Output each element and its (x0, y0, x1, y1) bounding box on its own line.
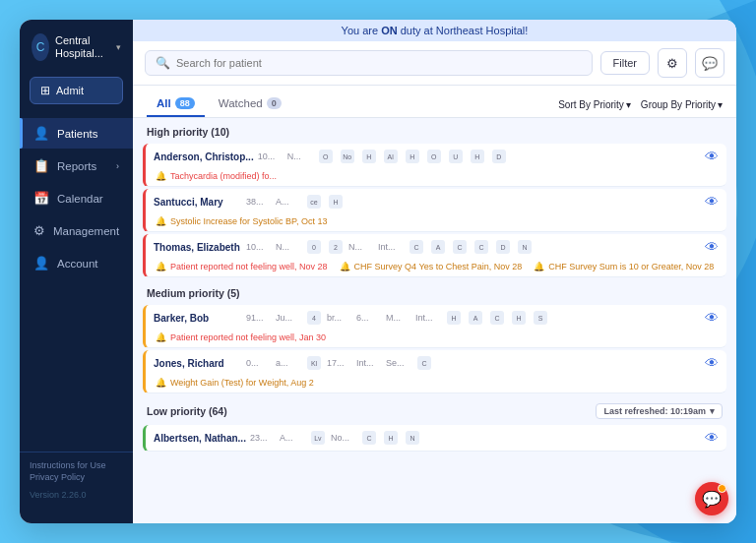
calendar-icon: 📅 (33, 191, 49, 206)
chevron-right-icon: › (116, 161, 119, 171)
alert-icon: 🔔 (534, 262, 544, 272)
patient-row-main: Anderson, Christop... 10... N... O No H … (146, 144, 726, 169)
sidebar-item-calendar[interactable]: 📅 Calendar (20, 183, 133, 213)
patient-col: A (467, 311, 484, 325)
tab-watched[interactable]: Watched 0 (209, 91, 291, 117)
reports-icon: 📋 (33, 158, 49, 173)
patient-col: D (494, 240, 512, 254)
medium-priority-header: Medium priority (5) (133, 279, 736, 303)
sidebar-item-patients[interactable]: 👤 Patients (20, 118, 133, 149)
sidebar-item-reports[interactable]: 📋 Reports › (20, 151, 133, 181)
alert-icon: 🔔 (340, 262, 350, 272)
patient-col: S (532, 311, 549, 325)
alert-item: 🔔 Tachycardia (modified) fo... (156, 171, 277, 181)
duty-status: ON (381, 25, 398, 36)
patient-row-main: Thomas, Elizabeth 10... N... 0 2 N... In… (146, 234, 726, 260)
group-by-select[interactable]: Group By Priority ▾ (641, 99, 723, 110)
patient-col: 6... (356, 313, 382, 323)
patient-col: C (360, 431, 378, 445)
watch-icon[interactable]: 👁 (705, 430, 719, 446)
patient-name: Jones, Richard (154, 358, 242, 369)
patient-col: Al (382, 150, 400, 163)
patient-col: 4 (305, 311, 323, 325)
patient-row-main: Jones, Richard 0... a... Kl 17... Int...… (146, 350, 726, 376)
patient-col: 0... (246, 358, 272, 368)
chevron-down-icon: ▾ (116, 42, 121, 52)
tab-all[interactable]: All 88 (147, 91, 205, 117)
watch-icon[interactable]: 👁 (705, 310, 719, 326)
search-input-wrap[interactable]: 🔍 (145, 50, 593, 76)
patient-col: H (445, 311, 463, 325)
watch-icon[interactable]: 👁 (705, 194, 719, 210)
watch-icon[interactable]: 👁 (705, 355, 719, 371)
messages-button[interactable]: 💬 (695, 48, 724, 78)
filter-button[interactable]: Filter (600, 51, 650, 75)
last-refreshed-badge: Last refreshed: 10:19am ▾ (596, 403, 723, 419)
table-row: Thomas, Elizabeth 10... N... 0 2 N... In… (143, 234, 726, 277)
patients-icon: 👤 (33, 126, 49, 141)
patient-col: C (488, 311, 506, 325)
admit-icon: ⊞ (40, 84, 50, 97)
patient-col: 10... (246, 242, 272, 252)
patient-col: M... (386, 313, 411, 323)
sort-chevron-icon: ▾ (626, 99, 631, 110)
patient-col: ce (305, 195, 323, 209)
patient-col: Int... (378, 242, 404, 252)
patient-col: br... (327, 313, 352, 323)
settings-button[interactable]: ⚙ (658, 48, 687, 78)
medium-priority-section: Medium priority (5) Barker, Bob 91... Ju… (133, 279, 736, 393)
sort-group: Sort By Priority ▾ Group By Priority ▾ (558, 99, 723, 110)
alert-icon: 🔔 (156, 171, 166, 181)
watch-icon[interactable]: 👁 (705, 239, 719, 255)
patient-col: C (408, 240, 425, 254)
admit-button[interactable]: ⊞ Admit (30, 77, 123, 104)
patient-col: N (516, 240, 534, 254)
patient-col: 2 (327, 240, 345, 254)
patient-name: Barker, Bob (154, 313, 242, 324)
patient-name: Santucci, Mary (154, 197, 242, 208)
notification-fab[interactable]: 💬 (695, 482, 728, 515)
tab-bar: All 88 Watched 0 Sort By Priority ▾ Grou… (133, 86, 736, 118)
chat-icon: 💬 (702, 490, 722, 509)
patient-col: U (447, 150, 465, 163)
sort-by-select[interactable]: Sort By Priority ▾ (558, 99, 631, 110)
instructions-link[interactable]: Instructions for Use (30, 460, 123, 470)
sidebar-logo[interactable]: C Central Hospital... ▾ (20, 33, 133, 73)
management-icon: ⚙ (33, 223, 45, 238)
patient-col: A (429, 240, 447, 254)
patient-col: 23... (250, 433, 276, 443)
table-row: Anderson, Christop... 10... N... O No H … (143, 144, 726, 187)
patient-col: 38... (246, 197, 272, 207)
patient-col: H (404, 150, 421, 163)
patient-col: C (415, 356, 433, 370)
patient-col: O (425, 150, 443, 163)
sidebar-item-management[interactable]: ⚙ Management (20, 215, 133, 246)
sidebar-nav: 👤 Patients 📋 Reports › 📅 Calendar ⚙ Mana… (20, 118, 133, 452)
patient-col: H (469, 150, 486, 163)
alert-icon: 🔔 (156, 378, 166, 388)
duty-banner: You are ON duty at Northeast Hospital! (133, 20, 736, 41)
table-row: Barker, Bob 91... Ju... 4 br... 6... M..… (143, 305, 726, 348)
low-priority-section: Low priority (64) Last refreshed: 10:19a… (133, 395, 736, 452)
patient-col: a... (276, 358, 301, 368)
watch-icon[interactable]: 👁 (705, 149, 719, 164)
message-icon: 💬 (702, 56, 718, 71)
version-label: Version 2.26.0 (30, 490, 87, 500)
patient-name: Thomas, Elizabeth (154, 242, 242, 253)
all-count-badge: 88 (175, 97, 195, 109)
alert-item: 🔔 CHF Survey Sum is 10 or Greater, Nov 2… (534, 262, 714, 272)
patient-col: H (510, 311, 528, 325)
patient-alert: 🔔 Patient reported not feeling well, Jan… (146, 331, 726, 347)
refresh-chevron-icon: ▾ (710, 406, 715, 416)
patient-alert: 🔔 Weight Gain (Test) for Weight, Aug 2 (146, 376, 726, 392)
search-input[interactable] (176, 57, 582, 69)
table-row: Jones, Richard 0... a... Kl 17... Int...… (143, 350, 726, 393)
privacy-link[interactable]: Privacy Policy (30, 472, 123, 482)
patient-col: 17... (327, 358, 352, 368)
high-priority-header: High priority (10) (133, 118, 736, 142)
patient-col: N... (287, 151, 313, 161)
patient-col: Ju... (276, 313, 301, 323)
sidebar-item-account[interactable]: 👤 Account (20, 248, 133, 278)
patient-col: Lv (309, 431, 327, 445)
patient-alert: 🔔 Tachycardia (modified) fo... (146, 169, 726, 186)
